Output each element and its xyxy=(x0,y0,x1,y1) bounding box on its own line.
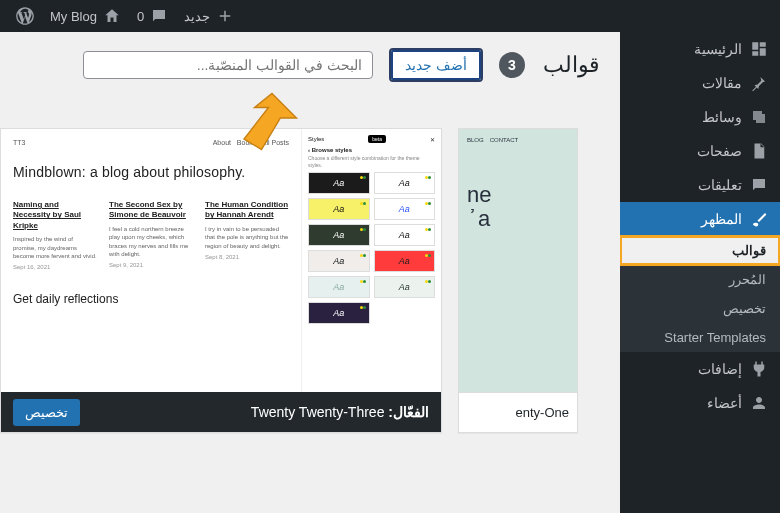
wp-logo[interactable] xyxy=(8,0,42,32)
sidebar-item-dashboard[interactable]: الرئيسية xyxy=(620,32,780,66)
sidebar-item-label: وسائط xyxy=(702,109,742,125)
admin-sidebar: الرئيسية مقالات وسائط صفحات تعليقات المظ… xyxy=(620,32,780,513)
comments-count: 0 xyxy=(137,9,144,24)
submenu-label: المُحرر xyxy=(729,272,766,287)
sidebar-item-label: أعضاء xyxy=(707,395,742,411)
new-content-link[interactable]: جديد xyxy=(176,0,242,32)
close-icon: ✕ xyxy=(430,136,435,143)
theme-name: enty-One xyxy=(516,405,569,420)
theme-preview: BLOG CONTACT ne᾽a xyxy=(459,129,577,392)
styles-label: Styles xyxy=(308,136,324,142)
theme-footer: enty-One xyxy=(459,392,577,432)
themes-grid: TT3 About Books All Posts Mindblown: a b… xyxy=(0,128,600,513)
sidebar-item-label: الرئيسية xyxy=(694,41,742,57)
users-icon xyxy=(750,394,768,412)
style-swatch: Aa xyxy=(374,250,436,272)
comment-icon xyxy=(750,176,768,194)
sidebar-item-users[interactable]: أعضاء xyxy=(620,386,780,420)
style-swatch: Aa xyxy=(308,276,370,298)
wordpress-icon xyxy=(16,7,34,25)
site-title: My Blog xyxy=(50,9,97,24)
preview-post-date: Sept 8, 2021 xyxy=(205,254,289,260)
theme-footer: تخصيص الفعّال: Twenty Twenty-Three xyxy=(1,392,441,432)
preview-nav: CONTACT xyxy=(490,137,519,143)
theme-card-active[interactable]: TT3 About Books All Posts Mindblown: a b… xyxy=(0,128,442,433)
preview-post-date: Sept 9, 2021 xyxy=(109,262,193,268)
new-label: جديد xyxy=(184,9,210,24)
sidebar-item-label: تعليقات xyxy=(698,177,742,193)
browse-desc: Choose a different style combination for… xyxy=(308,155,435,168)
preview-post-body: I try in vain to be persuaded that the p… xyxy=(205,225,289,250)
sidebar-item-comments[interactable]: تعليقات xyxy=(620,168,780,202)
style-swatch: Aa xyxy=(374,276,436,298)
sidebar-item-label: صفحات xyxy=(697,143,742,159)
sidebar-item-appearance[interactable]: المظهر xyxy=(620,202,780,236)
preview-brand: TT3 xyxy=(13,139,25,146)
preview-nav: About xyxy=(213,139,231,146)
pin-icon xyxy=(750,74,768,92)
preview-nav: Books xyxy=(237,139,256,146)
sidebar-item-label: المظهر xyxy=(701,211,742,227)
preview-cta: Get daily reflections xyxy=(13,292,289,306)
style-swatch: Aa xyxy=(308,198,370,220)
appearance-submenu: قوالب المُحرر تخصيص Starter Templates xyxy=(620,236,780,352)
dashboard-icon xyxy=(750,40,768,58)
submenu-themes[interactable]: قوالب xyxy=(620,236,780,265)
submenu-starter-templates[interactable]: Starter Templates xyxy=(620,323,780,352)
preview-post-body: Inspired by the wind of promise, my dayd… xyxy=(13,235,97,260)
page-icon xyxy=(750,142,768,160)
preview-headline: Mindblown: a blog about philosophy. xyxy=(13,164,289,180)
style-swatch: Aa xyxy=(374,224,436,246)
style-swatch: Aa xyxy=(308,302,370,324)
preview-nav: BLOG xyxy=(467,137,484,143)
style-swatch: Aa xyxy=(308,250,370,272)
style-swatch: Aa xyxy=(374,172,436,194)
active-theme-label: الفعّال: Twenty Twenty-Three xyxy=(251,404,429,420)
site-title-link[interactable]: My Blog xyxy=(42,0,129,32)
theme-preview: TT3 About Books All Posts Mindblown: a b… xyxy=(1,129,441,392)
style-swatch: Aa xyxy=(308,224,370,246)
sidebar-item-posts[interactable]: مقالات xyxy=(620,66,780,100)
home-icon xyxy=(103,7,121,25)
customize-button[interactable]: تخصيص xyxy=(13,399,80,426)
page-header: قوالب 3 أضف جديد xyxy=(20,50,600,80)
submenu-editor[interactable]: المُحرر xyxy=(620,265,780,294)
content-area: قوالب 3 أضف جديد TT3 About xyxy=(0,32,620,513)
preview-post-body: I feel a cold northern breeze play upon … xyxy=(109,225,193,259)
plugin-icon xyxy=(750,360,768,378)
style-swatch: Aa xyxy=(308,172,370,194)
page-title: قوالب xyxy=(543,52,600,78)
style-swatch: Aa xyxy=(374,198,436,220)
plus-icon xyxy=(216,7,234,25)
browse-label: Browse styles xyxy=(312,147,352,153)
submenu-label: Starter Templates xyxy=(664,330,766,345)
preview-post-title: Naming and Necessity by Saul Kripke xyxy=(13,200,97,231)
sidebar-item-label: إضافات xyxy=(698,361,742,377)
brush-icon xyxy=(750,210,768,228)
preview-post-title: The Second Sex by Simone de Beauvoir xyxy=(109,200,193,221)
sidebar-item-media[interactable]: وسائط xyxy=(620,100,780,134)
submenu-customize[interactable]: تخصيص xyxy=(620,294,780,323)
add-new-theme-button[interactable]: أضف جديد xyxy=(391,50,481,80)
search-themes-input[interactable] xyxy=(83,51,373,79)
preview-nav: All Posts xyxy=(262,139,289,146)
media-icon xyxy=(750,108,768,126)
submenu-label: تخصيص xyxy=(723,301,766,316)
submenu-label: قوالب xyxy=(732,243,766,258)
theme-card[interactable]: BLOG CONTACT ne᾽a enty-One xyxy=(458,128,578,433)
admin-toolbar: My Blog 0 جديد xyxy=(0,0,780,32)
sidebar-item-pages[interactable]: صفحات xyxy=(620,134,780,168)
sidebar-item-label: مقالات xyxy=(702,75,742,91)
preview-post-date: Sept 16, 2021 xyxy=(13,264,97,270)
themes-count-badge: 3 xyxy=(499,52,525,78)
sidebar-item-plugins[interactable]: إضافات xyxy=(620,352,780,386)
beta-pill: beta xyxy=(368,135,386,143)
comment-icon xyxy=(150,7,168,25)
preview-post-title: The Human Condition by Hannah Arendt xyxy=(205,200,289,221)
comments-link[interactable]: 0 xyxy=(129,0,176,32)
